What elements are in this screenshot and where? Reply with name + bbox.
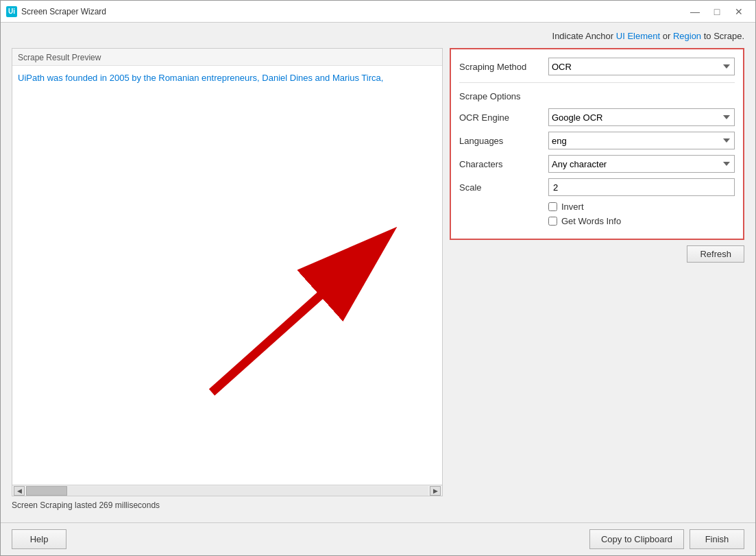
invert-row: Invert (548, 202, 735, 212)
help-button[interactable]: Help (12, 529, 66, 549)
minimize-button[interactable]: — (684, 1, 706, 23)
refresh-row: Refresh (450, 245, 744, 263)
scale-label: Scale (459, 182, 548, 193)
title-bar: Ui Screen Scraper Wizard — □ ✕ (1, 1, 755, 23)
preview-text: UiPath was founded in 2005 by the Romani… (18, 73, 383, 83)
status-text: Screen Scraping lasted 269 milliseconds (12, 500, 160, 510)
preview-content: UiPath was founded in 2005 by the Romani… (12, 66, 442, 485)
scraping-method-select[interactable]: OCR Full Text Native (548, 58, 735, 75)
bottom-bar: Help Copy to Clipboard Finish (1, 522, 755, 555)
scale-input[interactable] (548, 178, 735, 196)
indicate-row: Indicate Anchor UI Element or Region to … (12, 31, 744, 41)
finish-button[interactable]: Finish (690, 529, 744, 549)
languages-label: Languages (459, 136, 548, 146)
horizontal-scrollbar[interactable]: ◀ ▶ (12, 485, 442, 496)
ocr-engine-label: OCR Engine (459, 112, 548, 123)
title-bar-text: Screen Scraper Wizard (21, 7, 684, 16)
scraping-method-row: Scraping Method OCR Full Text Native (459, 58, 735, 83)
characters-label: Characters (459, 159, 548, 169)
ui-element-link[interactable]: UI Element (616, 31, 660, 41)
scrape-options-heading: Scrape Options (459, 91, 735, 101)
ocr-engine-select[interactable]: Google OCR Microsoft OCR Tesseract OCR (548, 108, 735, 126)
content-area: Indicate Anchor UI Element or Region to … (1, 23, 755, 522)
red-arrow-overlay (12, 66, 442, 485)
scroll-track (26, 486, 428, 496)
get-words-info-row: Get Words Info (548, 216, 735, 226)
copy-to-clipboard-button[interactable]: Copy to Clipboard (589, 529, 684, 549)
refresh-button[interactable]: Refresh (687, 245, 744, 263)
main-window: Ui Screen Scraper Wizard — □ ✕ Indicate … (0, 0, 756, 556)
get-words-info-checkbox[interactable] (548, 217, 557, 226)
ocr-engine-row: OCR Engine Google OCR Microsoft OCR Tess… (459, 108, 735, 126)
close-button[interactable]: ✕ (728, 1, 750, 23)
title-bar-controls: — □ ✕ (684, 1, 750, 23)
app-icon: Ui (6, 6, 17, 17)
scraping-method-label: Scraping Method (459, 62, 548, 72)
get-words-info-label: Get Words Info (561, 216, 621, 226)
status-bar: Screen Scraping lasted 269 milliseconds (12, 496, 744, 514)
svg-line-1 (212, 239, 385, 393)
scroll-thumb[interactable] (26, 486, 67, 496)
languages-row: Languages eng fra deu spa (459, 132, 735, 149)
restore-button[interactable]: □ (706, 1, 728, 23)
characters-select[interactable]: Any character Numeric Alpha Alphanumeric (548, 155, 735, 173)
right-panel: Scraping Method OCR Full Text Native Scr… (450, 48, 744, 496)
preview-label: Scrape Result Preview (12, 49, 442, 66)
main-section: Scrape Result Preview UiPath was founded… (12, 48, 744, 496)
region-link[interactable]: Region (673, 31, 701, 41)
characters-row: Characters Any character Numeric Alpha A… (459, 155, 735, 173)
preview-panel: Scrape Result Preview UiPath was founded… (12, 48, 443, 496)
options-box: Scraping Method OCR Full Text Native Scr… (450, 48, 744, 240)
scale-row: Scale (459, 178, 735, 196)
invert-checkbox[interactable] (548, 202, 557, 211)
invert-label: Invert (561, 202, 584, 212)
languages-select[interactable]: eng fra deu spa (548, 132, 735, 149)
scroll-left-button[interactable]: ◀ (14, 486, 25, 496)
scroll-right-button[interactable]: ▶ (430, 486, 441, 496)
